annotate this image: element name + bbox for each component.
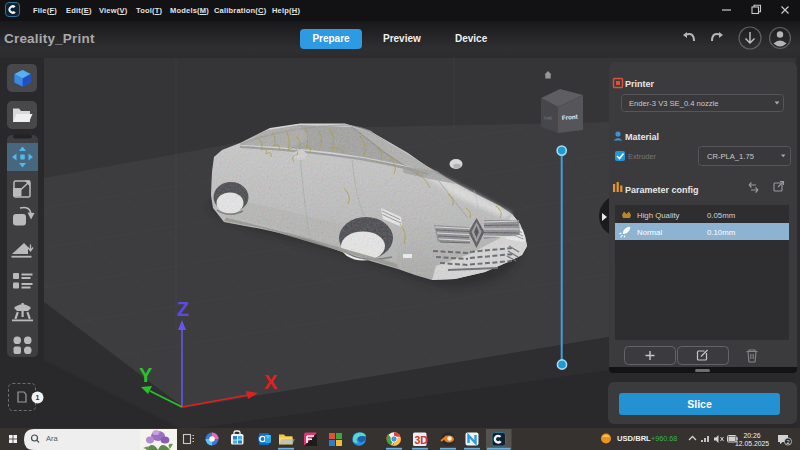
svg-text:1: 1: [36, 394, 40, 401]
svg-text:2: 2: [786, 439, 789, 445]
svg-text:Z: Z: [177, 298, 189, 320]
svg-text:0.10mm: 0.10mm: [707, 228, 735, 237]
svg-text:Y: Y: [139, 364, 153, 386]
svg-text:Ara: Ara: [46, 434, 59, 443]
svg-text:+960.68: +960.68: [651, 434, 677, 443]
svg-text:Parameter config: Parameter config: [625, 185, 699, 195]
svg-text:X: X: [264, 371, 278, 393]
svg-text:Printer: Printer: [625, 79, 655, 89]
svg-text:USD/BRL: USD/BRL: [617, 434, 651, 443]
svg-text:3D: 3D: [415, 434, 429, 446]
svg-text:20:26: 20:26: [743, 432, 760, 439]
svg-text:Material: Material: [625, 132, 659, 142]
svg-text:High Quality: High Quality: [637, 211, 680, 220]
svg-text:CR-PLA_1.75: CR-PLA_1.75: [707, 152, 754, 161]
svg-text:12.05.2025: 12.05.2025: [735, 440, 769, 447]
svg-text:Front: Front: [561, 113, 577, 121]
svg-text:Extruder: Extruder: [628, 152, 656, 161]
svg-text:Ender-3 V3 SE_0.4 nozzle: Ender-3 V3 SE_0.4 nozzle: [629, 99, 719, 108]
svg-text:Normal: Normal: [637, 228, 662, 237]
svg-text:0.05mm: 0.05mm: [707, 211, 735, 220]
